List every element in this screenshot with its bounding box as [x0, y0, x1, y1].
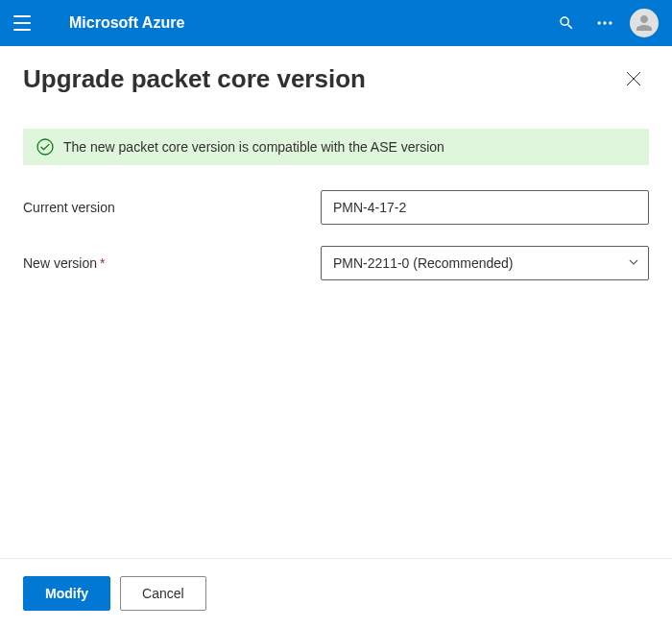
required-marker: *: [100, 255, 105, 271]
panel-footer: Modify Cancel: [0, 558, 672, 628]
person-icon: [633, 12, 656, 35]
svg-point-3: [37, 139, 53, 155]
new-version-label: New version*: [23, 255, 321, 271]
more-icon: [595, 13, 614, 33]
panel-header: Upgrade packet core version: [0, 46, 672, 106]
more-button[interactable]: [586, 4, 624, 42]
svg-point-2: [609, 21, 612, 24]
hamburger-menu-icon[interactable]: [13, 12, 36, 35]
close-icon: [626, 71, 641, 86]
new-version-select[interactable]: PMN-2211-0 (Recommended): [321, 246, 649, 280]
svg-point-1: [603, 21, 606, 24]
svg-point-0: [598, 21, 601, 24]
current-version-row: Current version: [23, 190, 649, 225]
success-icon: [36, 138, 54, 156]
search-icon: [558, 14, 575, 32]
panel-content: The new packet core version is compatibl…: [0, 106, 672, 558]
search-button[interactable]: [547, 4, 586, 42]
current-version-label: Current version: [23, 200, 321, 215]
status-message: The new packet core version is compatibl…: [63, 139, 444, 155]
current-version-input[interactable]: [321, 190, 649, 225]
page-title: Upgrade packet core version: [23, 64, 618, 94]
cancel-button[interactable]: Cancel: [120, 576, 206, 611]
modify-button[interactable]: Modify: [23, 576, 110, 611]
new-version-row: New version* PMN-2211-0 (Recommended): [23, 246, 649, 280]
brand-title: Microsoft Azure: [69, 14, 184, 32]
user-avatar[interactable]: [630, 9, 659, 37]
azure-topbar: Microsoft Azure: [0, 0, 672, 46]
close-button[interactable]: [618, 63, 649, 94]
new-version-selected: PMN-2211-0 (Recommended): [333, 255, 514, 271]
status-bar: The new packet core version is compatibl…: [23, 129, 649, 165]
